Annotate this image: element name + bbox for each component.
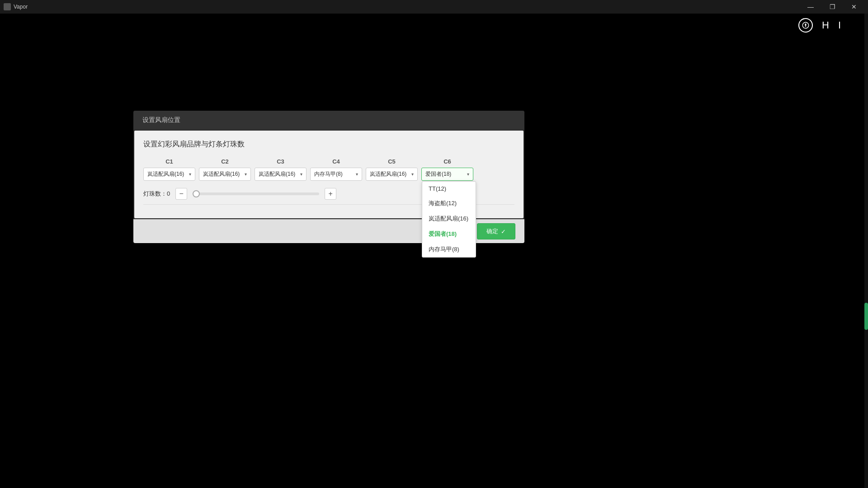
dropdown-item-mem8[interactable]: 内存马甲(8) [422, 242, 476, 257]
c6-dropdown: TT(12) 海盗船(12) 岚适配风扇(16) 爱国者(18) 内存马甲(8) [422, 181, 476, 258]
svg-rect-1 [805, 23, 806, 26]
channel-label-c2: C2 [221, 158, 229, 165]
dropdown-item-aiguo18[interactable]: 爱国者(18) [422, 226, 476, 242]
scrollbar-thumb[interactable] [864, 303, 868, 330]
channel-col-c5: C5 岚适配风扇(16) ▾ [366, 158, 418, 181]
channel-value-c6: 爱国者(18) [425, 170, 451, 178]
restore-button[interactable]: ❐ [822, 0, 843, 14]
right-scrollbar[interactable] [864, 14, 868, 488]
led-label: 灯珠数：0 [143, 190, 170, 198]
channel-label-c6: C6 [443, 158, 451, 165]
dropdown-item-lan16[interactable]: 岚适配风扇(16) [422, 211, 476, 226]
usb-icon[interactable] [798, 18, 813, 33]
chevron-down-icon-c1: ▾ [189, 172, 191, 177]
channel-select-c3[interactable]: 岚适配风扇(16) ▾ [255, 168, 307, 181]
top-right-icons: H I [798, 18, 841, 33]
channel-label-c3: C3 [277, 158, 284, 165]
channel-col-c3: C3 岚适配风扇(16) ▾ [255, 158, 307, 181]
titlebar: Vapor — ❐ ✕ [0, 0, 868, 14]
close-button[interactable]: ✕ [844, 0, 864, 14]
dialog-container: 设置风扇位置 设置幻彩风扇品牌与灯条灯珠数 C1 岚适配风扇(16) ▾ C2 … [133, 111, 524, 243]
channel-select-c5[interactable]: 岚适配风扇(16) ▾ [366, 168, 418, 181]
chevron-down-icon-c6: ▾ [467, 172, 469, 177]
titlebar-left: Vapor [4, 3, 28, 10]
confirm-button[interactable]: 确定 ✓ [477, 223, 515, 239]
dialog-content: 设置幻彩风扇品牌与灯条灯珠数 C1 岚适配风扇(16) ▾ C2 岚适配风扇(1… [134, 131, 524, 218]
channel-value-c1: 岚适配风扇(16) [147, 170, 184, 178]
app-title: Vapor [14, 4, 28, 10]
titlebar-controls: — ❐ ✕ [800, 0, 864, 14]
channel-select-c6[interactable]: 爱国者(18) ▾ TT(12) 海盗船(12) 岚适配风扇(16) 爱国者(1… [421, 168, 473, 181]
channel-select-c2[interactable]: 岚适配风扇(16) ▾ [199, 168, 251, 181]
led-slider-track[interactable] [193, 192, 319, 195]
dialog-title: 设置风扇位置 [142, 116, 180, 123]
channel-col-c1: C1 岚适配风扇(16) ▾ [143, 158, 195, 181]
channel-value-c5: 岚适配风扇(16) [370, 170, 406, 178]
channel-label-c4: C4 [332, 158, 340, 165]
channel-row: C1 岚适配风扇(16) ▾ C2 岚适配风扇(16) ▾ C3 岚适配风扇(1… [143, 158, 514, 181]
channel-col-c4: C4 内存马甲(8) ▾ [310, 158, 362, 181]
chevron-down-icon-c4: ▾ [356, 172, 358, 177]
dropdown-item-tt12[interactable]: TT(12) [422, 182, 476, 196]
i-icon[interactable]: I [838, 19, 841, 31]
checkmark-icon: ✓ [501, 228, 506, 235]
channel-col-c2: C2 岚适配风扇(16) ▾ [199, 158, 251, 181]
chevron-down-icon-c5: ▾ [411, 172, 414, 177]
channel-select-c1[interactable]: 岚适配风扇(16) ▾ [143, 168, 195, 181]
led-slider-thumb[interactable] [193, 190, 200, 197]
dialog-subtitle: 设置幻彩风扇品牌与灯条灯珠数 [143, 140, 514, 149]
channel-value-c3: 岚适配风扇(16) [259, 170, 295, 178]
channel-value-c4: 内存马甲(8) [314, 170, 343, 178]
led-plus-button[interactable]: + [325, 188, 336, 200]
dropdown-item-pirate12[interactable]: 海盗船(12) [422, 196, 476, 211]
channel-value-c2: 岚适配风扇(16) [203, 170, 240, 178]
channel-label-c1: C1 [165, 158, 173, 165]
minimize-button[interactable]: — [800, 0, 821, 14]
chevron-down-icon-c3: ▾ [300, 172, 302, 177]
channel-label-c5: C5 [388, 158, 396, 165]
channel-col-c6: C6 爱国者(18) ▾ TT(12) 海盗船(12) 岚适配风扇(16) 爱国… [421, 158, 473, 181]
led-minus-button[interactable]: − [175, 188, 187, 200]
dialog-titlebar: 设置风扇位置 [133, 111, 524, 130]
app-icon [4, 3, 11, 10]
channel-select-c4[interactable]: 内存马甲(8) ▾ [310, 168, 362, 181]
h-icon[interactable]: H [822, 19, 829, 31]
chevron-down-icon-c2: ▾ [245, 172, 247, 177]
